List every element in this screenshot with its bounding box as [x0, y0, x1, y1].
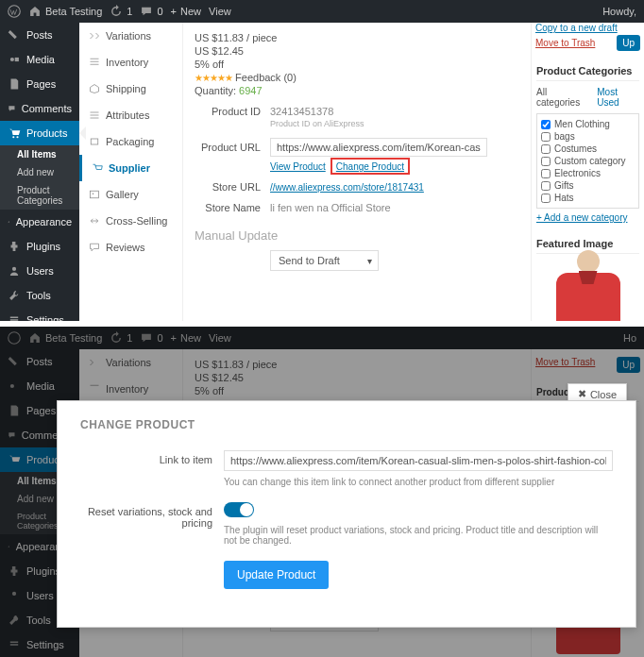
view-link[interactable]: View	[209, 6, 231, 17]
howdy[interactable]: Howdy,	[602, 6, 636, 17]
product-url-input[interactable]	[270, 138, 487, 157]
menu-settings[interactable]: Settings	[0, 308, 79, 321]
svg-point-3	[16, 136, 18, 138]
cat-checkbox[interactable]: Costumes	[541, 143, 635, 155]
menu-media[interactable]: Media	[0, 47, 79, 72]
admin-sidebar: Posts Media Pages Comments Products All …	[0, 23, 79, 321]
product-tabs: Variations Inventory Shipping Attributes…	[79, 23, 183, 321]
svg-point-13	[12, 592, 16, 596]
manual-update-title: Manual Update	[195, 228, 519, 243]
link-to-item-input[interactable]	[224, 450, 613, 471]
change-product-link[interactable]: Change Product	[336, 161, 404, 172]
discount: 5% off	[195, 59, 519, 70]
svg-rect-9	[91, 191, 99, 198]
cat-checkbox[interactable]: Gifts	[541, 179, 635, 192]
link-hint: You can change this item link to connect…	[224, 477, 613, 487]
new-link[interactable]: + New	[171, 6, 201, 17]
submenu-product-categories[interactable]: Product Categories	[0, 181, 79, 210]
reset-hint: The plugin will reset product variations…	[224, 525, 613, 546]
svg-point-12	[10, 384, 14, 388]
feedback-count: Feedback (0)	[235, 72, 297, 83]
submenu-all-items[interactable]: All Items	[0, 145, 79, 163]
quantity-label: Quantity:	[195, 85, 236, 96]
change-product-modal: CHANGE PRODUCT Link to item You can chan…	[57, 400, 636, 628]
update-button[interactable]: Up	[617, 35, 640, 51]
product-id-value: 32413451378	[270, 106, 519, 117]
add-category-link[interactable]: + Add a new category	[536, 212, 627, 223]
tab-packaging[interactable]: Packaging	[79, 128, 182, 155]
cat-checkbox[interactable]: bags	[541, 130, 635, 143]
link-to-item-label: Link to item	[80, 450, 212, 487]
view-product-link[interactable]: View Product	[270, 161, 326, 172]
submenu-add-new[interactable]: Add new	[0, 163, 79, 181]
cat-tab-most-used[interactable]: Most Used	[597, 87, 639, 108]
tab-shipping[interactable]: Shipping	[79, 76, 182, 102]
cat-checkbox[interactable]: Custom category	[541, 155, 635, 167]
menu-users[interactable]: Users	[0, 259, 79, 283]
tab-supplier[interactable]: Supplier	[79, 155, 182, 181]
update-product-button[interactable]: Update Product	[224, 561, 329, 589]
svg-point-0	[8, 6, 21, 18]
modal-title: CHANGE PRODUCT	[80, 418, 613, 431]
menu-tools[interactable]: Tools	[0, 283, 79, 308]
tab-attributes[interactable]: Attributes	[79, 102, 182, 128]
close-icon: ✖	[578, 388, 586, 400]
categories-box-title: Product Categories	[536, 61, 639, 81]
svg-point-4	[12, 267, 16, 271]
menu-pages[interactable]: Pages	[0, 72, 79, 96]
cat-checkbox[interactable]: Hats	[541, 192, 635, 204]
site-name[interactable]: Beta Testing	[28, 5, 102, 18]
store-url-label: Store URL	[195, 181, 261, 193]
reset-label: Reset variations, stock and pricing	[80, 502, 212, 546]
star-icon: ★★★★★	[195, 73, 232, 83]
cat-checkbox[interactable]: Electronics	[541, 167, 635, 179]
meta-sidebar: Copy to a new draft Move to Trash Up Pro…	[531, 23, 644, 321]
svg-point-1	[10, 58, 14, 61]
tab-reviews[interactable]: Reviews	[79, 234, 182, 261]
move-to-trash-link[interactable]: Move to Trash	[535, 38, 595, 48]
product-main: US $11.83 / piece US $12.45 5% off ★★★★★…	[183, 23, 531, 321]
admin-bar: Beta Testing 1 0 + New View Howdy,	[0, 0, 644, 23]
store-url-link[interactable]: //www.aliexpress.com/store/1817431	[270, 182, 424, 193]
tab-cross-selling[interactable]: Cross-Selling	[79, 208, 182, 234]
featured-image[interactable]: Lifenwenna	[551, 258, 626, 321]
category-list: Men Clothing bags Costumes Custom catego…	[536, 113, 639, 209]
comments-count[interactable]: 0	[140, 5, 162, 18]
reset-toggle[interactable]	[224, 502, 254, 517]
product-id-hint: Product ID on AliExpress	[270, 119, 519, 128]
store-name-label: Store Name	[195, 202, 261, 213]
menu-posts[interactable]: Posts	[0, 23, 79, 47]
svg-point-10	[93, 194, 94, 195]
tab-inventory[interactable]: Inventory	[79, 49, 182, 76]
menu-comments[interactable]: Comments	[0, 96, 79, 121]
svg-point-2	[12, 136, 14, 138]
updates[interactable]: 1	[110, 5, 132, 18]
tab-variations[interactable]: Variations	[79, 23, 182, 49]
price-total: US $12.45	[195, 45, 519, 57]
menu-products[interactable]: Products	[0, 121, 79, 145]
tab-gallery[interactable]: Gallery	[79, 181, 182, 208]
product-id-label: Product ID	[195, 106, 261, 117]
send-to-draft-select[interactable]: Send to Draft	[270, 250, 379, 271]
price-per-piece: US $11.83 / piece	[195, 32, 519, 43]
svg-point-11	[8, 332, 21, 345]
quantity-value: 6947	[239, 85, 262, 96]
copy-draft-link[interactable]: Copy to a new draft	[535, 23, 618, 33]
menu-plugins[interactable]: Plugins	[0, 234, 79, 259]
svg-rect-8	[91, 139, 98, 144]
product-url-label: Product URL	[195, 142, 261, 153]
menu-appearance[interactable]: Appearance	[0, 210, 79, 234]
cat-tab-all[interactable]: All categories	[536, 87, 589, 108]
cat-checkbox[interactable]: Men Clothing	[541, 118, 635, 130]
wp-logo[interactable]	[8, 5, 21, 18]
store-name-value: li fen wen na Official Store	[270, 202, 519, 213]
